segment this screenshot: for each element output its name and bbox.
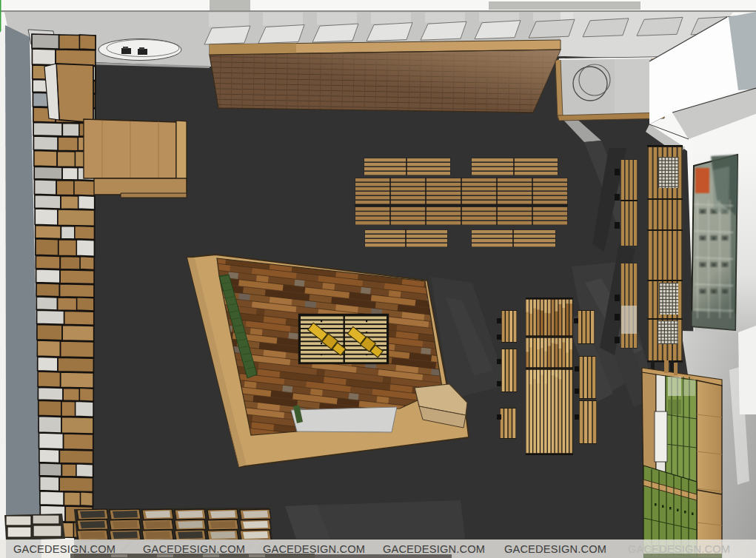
svg-text:GACEDESIGN.COM: GACEDESIGN.COM [263,543,365,555]
svg-text:GACEDESIGN.COM: GACEDESIGN.COM [383,543,485,555]
svg-text:GACEDESIGN.COM: GACEDESIGN.COM [143,543,245,555]
svg-text:GACEDESIGN.COM: GACEDESIGN.COM [628,543,730,555]
svg-text:GACEDESIGN.COM: GACEDESIGN.COM [504,543,606,555]
svg-text:GACEDESIGN.COM: GACEDESIGN.COM [13,543,116,555]
